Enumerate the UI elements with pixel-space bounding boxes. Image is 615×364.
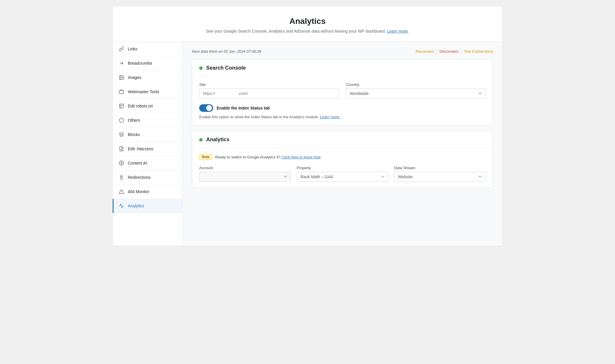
data-stream-form-group: Data Stream Website <box>394 166 486 182</box>
reconnect-link[interactable]: Reconnect <box>416 49 434 54</box>
toggle-description: Enable this option to show the Index Sta… <box>199 115 486 119</box>
analytics-form-row: Account Property Rank Math – GA4 <box>199 166 486 182</box>
property-label: Property <box>297 166 388 170</box>
account-label: Account <box>199 166 291 170</box>
sidebar-item-redirections[interactable]: Redirections <box>113 170 182 185</box>
sidebar-label-edit-htaccess: Edit .htaccess <box>128 146 153 151</box>
analytics-icon <box>119 203 124 209</box>
property-form-group: Property Rank Math – GA4 <box>297 166 388 182</box>
sidebar-item-analytics[interactable]: Analytics <box>113 199 182 213</box>
monitor-icon <box>119 189 124 195</box>
svg-point-20 <box>120 177 123 180</box>
analytics-section-title: Analytics <box>206 137 229 143</box>
sidebar-item-content-ai[interactable]: Content AI <box>113 156 182 170</box>
next-fetch-text: Next data fetch on 02 Jun, 2024 07:06:39 <box>192 49 261 54</box>
site-label: Site <box>199 82 339 87</box>
sidebar-label-images: Images <box>128 75 141 80</box>
sidebar-label-analytics: Analytics <box>128 204 144 208</box>
main-card: Analytics See your Google Search Console… <box>112 6 503 246</box>
toggle-row: Enable the Index Status tab <box>199 104 486 112</box>
sidebar-label-edit-robots: Edit robots.txt <box>128 104 153 108</box>
sidebar-label-links: Links <box>128 47 137 51</box>
note-link[interactable]: Click here to know how <box>282 155 320 159</box>
outer-container: Analytics See your Google Search Console… <box>0 0 615 364</box>
sidebar-item-404-monitor[interactable]: 404 Monitor <box>113 185 182 199</box>
note-badge: Note <box>199 154 212 160</box>
analytics-card: Analytics Note Ready to switch to Google… <box>192 131 493 188</box>
others-icon <box>119 117 124 123</box>
sidebar-item-others[interactable]: Others <box>113 113 182 128</box>
sidebar-label-blocks: Blocks <box>128 132 140 137</box>
sidebar-item-blocks[interactable]: Blocks <box>113 128 182 142</box>
webmaster-icon <box>119 89 124 95</box>
analytics-section-header: Analytics <box>192 131 493 148</box>
svg-marker-19 <box>121 175 122 177</box>
content-area: Next data fetch on 02 Jun, 2024 07:06:39… <box>183 42 502 246</box>
sidebar-item-images[interactable]: Images <box>113 70 182 85</box>
separator-1: | <box>436 49 437 54</box>
analytics-status-dot <box>199 138 203 142</box>
country-form-group: Country Worldwide <box>346 82 486 98</box>
svg-marker-10 <box>119 132 124 135</box>
htaccess-icon <box>119 146 124 152</box>
sidebar-label-redirections: Redirections <box>128 175 151 180</box>
search-console-body: Site Country Worldwide <box>192 77 493 125</box>
note-banner: Note Ready to switch to Google Analytics… <box>199 154 486 160</box>
search-console-status-dot <box>199 66 203 70</box>
site-input[interactable] <box>199 89 339 98</box>
sidebar-label-content-ai: Content AI <box>128 161 147 165</box>
test-connections-link[interactable]: Test Connections <box>464 49 493 54</box>
country-select[interactable]: Worldwide <box>346 89 486 98</box>
content-ai-icon <box>119 160 124 166</box>
index-status-toggle[interactable] <box>199 104 213 112</box>
property-select[interactable]: Rank Math – GA4 <box>297 172 388 182</box>
robots-icon <box>119 103 124 109</box>
sidebar-label-breadcrumbs: Breadcrumbs <box>128 61 152 66</box>
top-actions: Reconnect | Disconnect | Test Connection… <box>416 49 493 54</box>
toggle-label: Enable the Index Status tab <box>217 106 270 110</box>
svg-rect-4 <box>119 104 123 108</box>
page-title: Analytics <box>119 17 496 26</box>
account-form-group: Account <box>199 166 291 182</box>
site-form-group: Site <box>199 82 339 98</box>
disconnect-link[interactable]: Disconnect <box>439 49 458 54</box>
search-console-form-row: Site Country Worldwide <box>199 82 486 98</box>
sidebar-item-breadcrumbs[interactable]: Breadcrumbs <box>113 56 182 70</box>
data-stream-select[interactable]: Website <box>394 172 486 182</box>
body-layout: Links Breadcrumbs <box>113 42 502 246</box>
search-console-header: Search Console <box>192 60 493 77</box>
search-console-title: Search Console <box>206 65 246 71</box>
search-console-card: Search Console Site Country Worldwi <box>192 59 493 125</box>
sidebar-item-links[interactable]: Links <box>113 42 182 56</box>
top-bar: Next data fetch on 02 Jun, 2024 07:06:39… <box>192 49 493 54</box>
svg-point-2 <box>120 76 121 77</box>
page-subtitle: See your Google Search Console, Analytic… <box>119 29 496 33</box>
account-select[interactable] <box>199 172 291 182</box>
sidebar-item-edit-htaccess[interactable]: Edit .htaccess <box>113 142 182 156</box>
sidebar-label-webmaster-tools: Webmaster Tools <box>128 89 159 94</box>
sidebar-item-edit-robots[interactable]: Edit robots.txt <box>113 99 182 113</box>
sidebar-item-webmaster-tools[interactable]: Webmaster Tools <box>113 85 182 99</box>
breadcrumbs-icon <box>119 60 124 66</box>
links-icon <box>119 46 124 52</box>
sidebar-label-404-monitor: 404 Monitor <box>128 189 149 194</box>
page-header: Analytics See your Google Search Console… <box>113 6 502 42</box>
toggle-learn-more-link[interactable]: Learn more. <box>320 115 340 119</box>
country-label: Country <box>346 82 486 87</box>
sidebar-label-others: Others <box>128 118 140 123</box>
svg-point-14 <box>121 162 122 164</box>
data-stream-label: Data Stream <box>394 166 486 170</box>
header-learn-more-link[interactable]: Learn more <box>387 29 408 33</box>
note-text: Ready to switch to Google Analytics 4? C… <box>215 155 321 159</box>
images-icon <box>119 75 124 80</box>
redirections-icon <box>119 174 124 180</box>
separator-2: | <box>461 49 462 54</box>
sidebar: Links Breadcrumbs <box>113 42 183 246</box>
svg-rect-3 <box>119 91 124 94</box>
blocks-icon <box>119 132 124 137</box>
analytics-body: Note Ready to switch to Google Analytics… <box>192 148 493 188</box>
